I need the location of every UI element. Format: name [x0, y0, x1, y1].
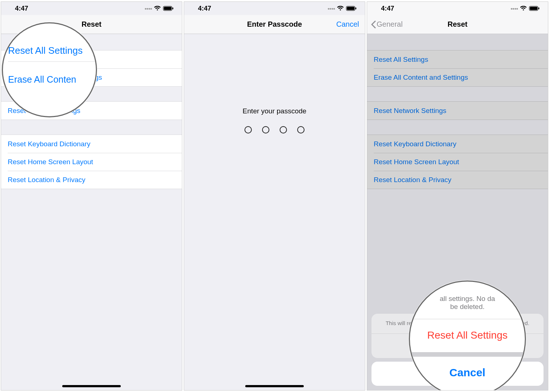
passcode-prompt: Enter your passcode [184, 107, 365, 115]
sheet-reset-button[interactable]: Reset All Settings [371, 334, 544, 358]
svg-rect-8 [538, 8, 539, 10]
status-right: ●●●● [145, 6, 174, 11]
svg-rect-4 [347, 7, 355, 10]
status-time: 4:47 [15, 5, 28, 12]
passcode-dot [262, 126, 269, 133]
sheet-cancel-button[interactable]: Cancel [371, 362, 544, 386]
status-bar: 4:47 ●●●● [1, 2, 182, 15]
passcode-dot [297, 126, 305, 133]
status-right: ●●●● [328, 6, 357, 11]
nav-title: Enter Passcode [247, 20, 302, 29]
chevron-left-icon [371, 20, 376, 29]
row-reset-all-settings[interactable]: Reset All Settings [1, 50, 182, 68]
svg-rect-7 [530, 7, 538, 10]
nav-title: Reset [448, 20, 467, 29]
nav-bar: Reset [1, 15, 182, 34]
back-label: General [377, 20, 403, 29]
status-bar: 4:47 ●●●● [367, 2, 548, 15]
back-button[interactable]: General [371, 15, 403, 34]
signal-dots-icon: ●●●● [328, 7, 335, 11]
row-erase-all[interactable]: Erase All Content and Settings [1, 68, 182, 86]
status-right: ●●●● [511, 6, 540, 11]
battery-icon [346, 6, 357, 11]
reset-list: Reset All Settings Erase All Content and… [367, 34, 548, 390]
status-time: 4:47 [198, 5, 211, 12]
wifi-icon [154, 6, 161, 11]
passcode-content: Enter your passcode [184, 34, 365, 390]
svg-rect-5 [355, 8, 356, 10]
pane-passcode: 4:47 ●●●● Enter Passcode Cancel Enter yo… [184, 1, 365, 391]
row-reset-network[interactable]: Reset Network Settings [1, 102, 182, 120]
passcode-dot [280, 126, 287, 133]
pane-reset-list: 4:47 ●●●● Reset Reset All Settings Erase… [1, 1, 182, 391]
battery-icon [529, 6, 540, 11]
svg-rect-2 [172, 8, 173, 10]
battery-icon [163, 6, 174, 11]
status-time: 4:47 [381, 5, 394, 12]
row-reset-location[interactable]: Reset Location & Privacy [1, 171, 182, 189]
nav-bar: Enter Passcode Cancel [184, 15, 365, 34]
status-bar: 4:47 ●●●● [184, 2, 365, 15]
wifi-icon [337, 6, 344, 11]
action-sheet: This will reset all settings. No data or… [371, 314, 544, 386]
sheet-message: This will reset all settings. No data or… [371, 314, 544, 334]
signal-dots-icon: ●●●● [511, 7, 518, 11]
wifi-icon [520, 6, 527, 11]
passcode-dot [244, 126, 252, 133]
cancel-button[interactable]: Cancel [336, 15, 359, 34]
passcode-dots[interactable] [184, 126, 365, 133]
home-indicator [62, 385, 121, 387]
svg-rect-1 [164, 7, 172, 10]
pane-action-sheet: 4:47 ●●●● General Reset Reset All Settin… [367, 1, 548, 391]
home-indicator [245, 385, 304, 387]
row-reset-home[interactable]: Reset Home Screen Layout [1, 153, 182, 171]
nav-bar: General Reset [367, 15, 548, 34]
reset-list: Reset All Settings Erase All Content and… [1, 34, 182, 390]
row-reset-keyboard[interactable]: Reset Keyboard Dictionary [1, 135, 182, 153]
nav-title: Reset [82, 20, 101, 29]
signal-dots-icon: ●●●● [145, 7, 152, 11]
